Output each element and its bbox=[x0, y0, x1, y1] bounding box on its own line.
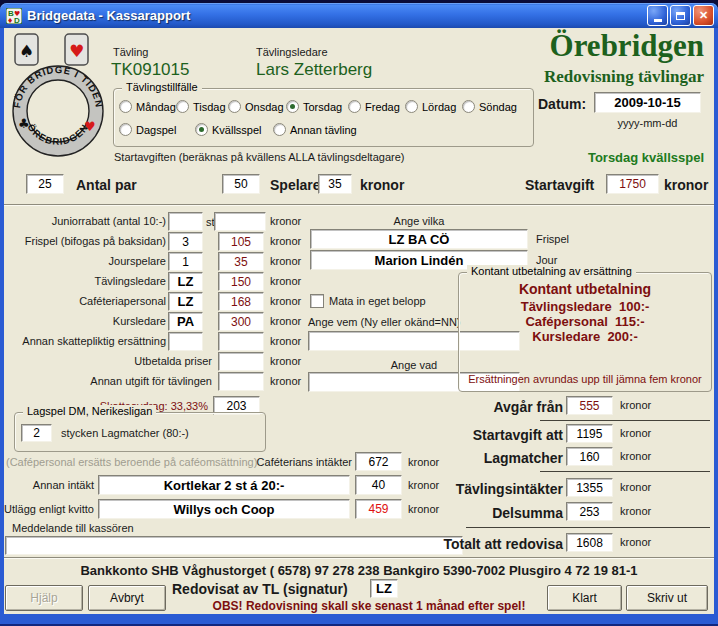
title-bar[interactable]: B ♥ ♦ D Bridgedata - Kassarapport ✕ bbox=[0, 3, 718, 28]
close-icon: ✕ bbox=[699, 9, 708, 22]
cafeteriapersonal-sign-input[interactable] bbox=[168, 292, 203, 311]
radio-mandag[interactable]: Måndag bbox=[119, 100, 176, 113]
radio-fredag[interactable]: Fredag bbox=[348, 100, 400, 113]
datum-input[interactable] bbox=[594, 92, 701, 113]
jourspelare-qty-input[interactable] bbox=[168, 252, 203, 271]
avbryt-button[interactable]: Avbryt bbox=[88, 585, 166, 611]
radio-circle-icon bbox=[228, 100, 241, 113]
club-name-heading: Örebridgen bbox=[550, 28, 704, 64]
radio-circle-icon bbox=[119, 100, 132, 113]
frispel-qty-input[interactable] bbox=[168, 232, 203, 251]
lagmatcher-count-label: stycken Lagmatcher (80:-) bbox=[61, 427, 189, 439]
close-button[interactable]: ✕ bbox=[693, 5, 714, 26]
radio-circle-icon bbox=[119, 123, 132, 136]
radio-onsdag[interactable]: Onsdag bbox=[228, 100, 284, 113]
minimize-icon bbox=[654, 19, 662, 22]
skriv-ut-button[interactable]: Skriv ut bbox=[626, 585, 708, 611]
utlagg-text-input[interactable] bbox=[98, 499, 350, 519]
annan-intakt-text-input[interactable] bbox=[98, 475, 350, 495]
radio-annan-tavling[interactable]: Annan tävling bbox=[273, 123, 357, 136]
maximize-button[interactable] bbox=[670, 5, 691, 26]
jourspelare-amount-input[interactable] bbox=[218, 252, 264, 271]
unit-label: kronor bbox=[620, 536, 651, 548]
annan-ersattning-qty-input[interactable] bbox=[168, 332, 203, 351]
tavlingsledare-sign-input[interactable] bbox=[168, 272, 203, 291]
avgar-fran-input[interactable] bbox=[566, 396, 613, 415]
cafeteriapersonal-amount-input[interactable] bbox=[218, 292, 264, 311]
lagmatcher-input[interactable] bbox=[566, 447, 613, 466]
eget-belopp-checkbox[interactable] bbox=[310, 294, 324, 308]
summary-label: Delsumma bbox=[374, 505, 563, 521]
club-logo: ♠ ♥ FÖR BRIDGE I TIDEN ÖREBRIDGEN ♣ ♥ bbox=[8, 32, 110, 158]
radio-torsdag[interactable]: Torsdag bbox=[286, 100, 342, 113]
radio-lordag[interactable]: Lördag bbox=[405, 100, 456, 113]
frispel-names-input[interactable] bbox=[310, 229, 528, 249]
unit-label: kronor bbox=[270, 275, 301, 287]
summary-divider bbox=[466, 527, 710, 528]
svg-text:♦: ♦ bbox=[7, 17, 13, 24]
totalt-att-redovisa-input[interactable] bbox=[566, 533, 613, 552]
row-label: Caféteriapersonal bbox=[4, 295, 166, 307]
unit-label: kronor bbox=[620, 450, 651, 462]
hjalp-button[interactable]: Hjälp bbox=[5, 585, 83, 611]
divider bbox=[4, 557, 714, 559]
startavgift-input[interactable] bbox=[606, 174, 659, 194]
radio-sondag[interactable]: Söndag bbox=[462, 100, 517, 113]
kronor-label: kronor bbox=[664, 177, 708, 193]
unit-label: kronor bbox=[270, 215, 301, 227]
klart-button[interactable]: Klart bbox=[547, 585, 622, 611]
row-label: Kursledare bbox=[4, 315, 166, 327]
juniorrabatt-qty-input[interactable] bbox=[168, 212, 203, 231]
lagmatcher-count-input[interactable] bbox=[21, 424, 52, 442]
startavgift-label: Startavgift bbox=[525, 177, 594, 193]
annan-intakt-label: Annan intäkt bbox=[4, 479, 94, 491]
unit-label: kronor bbox=[620, 505, 651, 517]
antal-par-input[interactable] bbox=[26, 174, 64, 194]
heart-suit-icon: ♥ bbox=[84, 119, 96, 134]
row-label: Utbetalda priser bbox=[4, 355, 212, 367]
radio-circle-icon bbox=[286, 100, 299, 113]
antal-par-label: Antal par bbox=[76, 177, 137, 193]
tavlingsledare-label: Tävlingsledare bbox=[256, 46, 328, 58]
utlagg-label: Utlägg enligt kvitto bbox=[4, 503, 94, 515]
annan-ersattning-amount-input[interactable] bbox=[218, 332, 264, 351]
ange-vilka-label: Ange vilka bbox=[310, 215, 528, 227]
row-label: Annan utgift för tävlingen bbox=[4, 375, 212, 387]
utbetalda-priser-input[interactable] bbox=[218, 352, 264, 371]
startavgift-att-input[interactable] bbox=[566, 424, 613, 443]
radio-circle-icon bbox=[348, 100, 361, 113]
unit-label: kronor bbox=[270, 255, 301, 267]
svg-text:D: D bbox=[14, 16, 20, 24]
summary-label: Totalt att redovisa bbox=[344, 536, 563, 552]
eget-belopp-label: Mata in eget belopp bbox=[329, 295, 426, 307]
sign-input[interactable] bbox=[370, 579, 398, 598]
radio-dagspel[interactable]: Dagspel bbox=[119, 123, 176, 136]
delsumma-input[interactable] bbox=[566, 502, 613, 521]
kontant-line: Kursledare 200:- bbox=[459, 329, 711, 344]
kursledare-sign-input[interactable] bbox=[168, 312, 203, 331]
juniorrabatt-amount-input[interactable] bbox=[214, 212, 266, 231]
summary-divider bbox=[540, 471, 710, 472]
page-subtitle: Redovisning tävlingar bbox=[544, 67, 704, 87]
spelare-count-input[interactable] bbox=[222, 174, 260, 194]
radio-circle-icon bbox=[195, 123, 208, 136]
cafeterians-intakter-label: Caféterians intäkter bbox=[192, 456, 352, 468]
radio-circle-icon bbox=[462, 100, 475, 113]
radio-circle-icon bbox=[273, 123, 286, 136]
tavlingsledare-amount-input[interactable] bbox=[218, 272, 264, 291]
radio-tisdag[interactable]: Tisdag bbox=[176, 100, 226, 113]
kursledare-amount-input[interactable] bbox=[218, 312, 264, 331]
annan-utgift-input[interactable] bbox=[218, 372, 264, 391]
tavling-label: Tävling bbox=[113, 46, 148, 58]
kontant-groupbox: Kontant utbetalning av ersättning Kontan… bbox=[458, 272, 712, 392]
radio-kvallsspel[interactable]: Kvällsspel bbox=[195, 123, 262, 136]
tavlingsintakter-input[interactable] bbox=[566, 478, 613, 497]
radio-circle-icon bbox=[176, 100, 189, 113]
frispel-amount-input[interactable] bbox=[218, 232, 264, 251]
unit-label: kronor bbox=[270, 315, 301, 327]
tavlingstillfalle-groupbox: Tävlingstillfälle Måndag Tisdag Onsdag T… bbox=[113, 88, 534, 147]
minimize-button[interactable] bbox=[647, 5, 668, 26]
club-suit-icon: ♣ bbox=[18, 116, 30, 131]
kontant-legend: Kontant utbetalning av ersättning bbox=[467, 265, 636, 277]
pris-input[interactable] bbox=[318, 174, 352, 194]
